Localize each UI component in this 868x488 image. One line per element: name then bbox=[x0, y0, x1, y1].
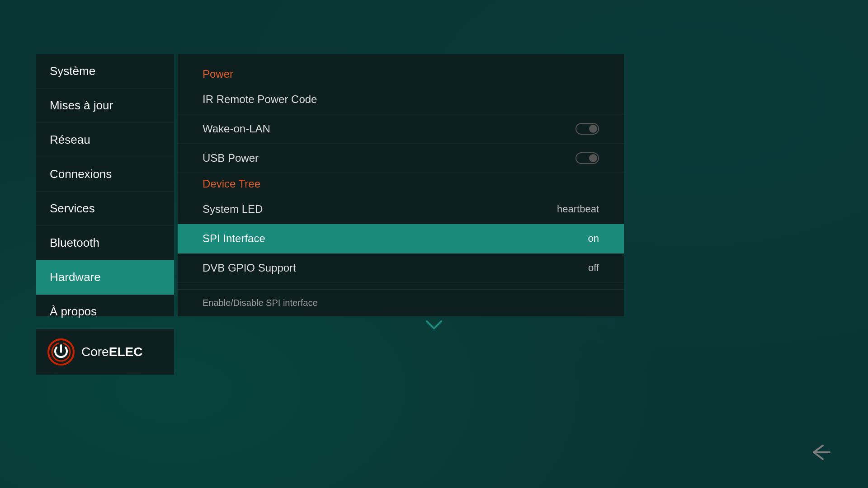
logo-text: CoreELEC bbox=[81, 345, 142, 359]
setting-label-wake-on-lan: Wake-on-LAN bbox=[203, 122, 576, 135]
sidebar-item-a-propos[interactable]: À propos bbox=[36, 295, 174, 329]
setting-label-ir-remote: IR Remote Power Code bbox=[203, 93, 599, 106]
section-header-device-tree: Device Tree bbox=[178, 173, 624, 195]
setting-row-dvb-gpio[interactable]: DVB GPIO Support off bbox=[178, 253, 624, 283]
setting-value-dvb-gpio: off bbox=[588, 262, 599, 274]
setting-row-spi-interface[interactable]: SPI Interface on bbox=[178, 224, 624, 253]
sidebar-item-hardware[interactable]: Hardware bbox=[36, 260, 174, 295]
content-area: Power IR Remote Power Code Wake-on-LAN U… bbox=[178, 54, 624, 289]
sidebar: Système Mises à jour Réseau Connexions S… bbox=[36, 54, 174, 316]
sidebar-item-mises-a-jour[interactable]: Mises à jour bbox=[36, 89, 174, 123]
setting-row-usb-power[interactable]: USB Power bbox=[178, 144, 624, 173]
setting-row-system-led[interactable]: System LED heartbeat bbox=[178, 195, 624, 224]
setting-value-spi-interface: on bbox=[588, 233, 599, 244]
section-header-power: Power bbox=[178, 63, 624, 85]
section-header-display: Display bbox=[178, 283, 624, 289]
logo-area: CoreELEC bbox=[36, 329, 174, 375]
setting-value-system-led: heartbeat bbox=[557, 203, 599, 215]
setting-label-spi-interface: SPI Interface bbox=[203, 232, 588, 245]
setting-label-usb-power: USB Power bbox=[203, 152, 576, 164]
corelelec-logo-icon bbox=[47, 338, 75, 366]
setting-label-dvb-gpio: DVB GPIO Support bbox=[203, 262, 588, 274]
back-button[interactable] bbox=[809, 443, 832, 465]
setting-row-wake-on-lan[interactable]: Wake-on-LAN bbox=[178, 114, 624, 144]
sidebar-item-systeme[interactable]: Système bbox=[36, 54, 174, 89]
content-panel: Power IR Remote Power Code Wake-on-LAN U… bbox=[178, 54, 624, 316]
toggle-wake-on-lan[interactable] bbox=[576, 123, 599, 135]
sidebar-item-services[interactable]: Services bbox=[36, 192, 174, 226]
setting-row-ir-remote[interactable]: IR Remote Power Code bbox=[178, 85, 624, 114]
sidebar-item-reseau[interactable]: Réseau bbox=[36, 123, 174, 157]
scroll-down-indicator[interactable] bbox=[425, 315, 443, 334]
description-bar: Enable/Disable SPI interface bbox=[178, 289, 624, 316]
sidebar-item-bluetooth[interactable]: Bluetooth bbox=[36, 226, 174, 260]
sidebar-item-connexions[interactable]: Connexions bbox=[36, 157, 174, 192]
main-container: Système Mises à jour Réseau Connexions S… bbox=[36, 54, 624, 316]
toggle-usb-power[interactable] bbox=[576, 152, 599, 164]
setting-label-system-led: System LED bbox=[203, 203, 557, 216]
